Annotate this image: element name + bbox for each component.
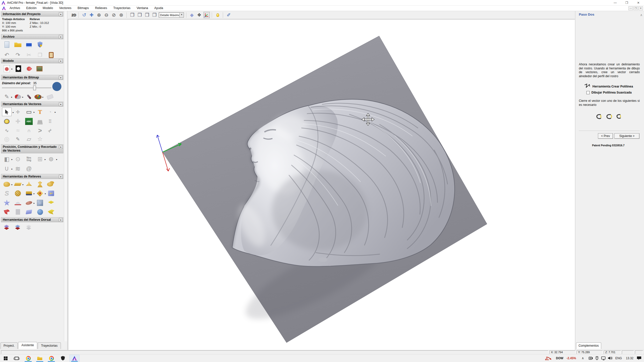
section-header-relieves[interactable]: Herramientas de Relieves ▲: [1, 174, 63, 179]
set-model-size-button[interactable]: ▸: [2, 64, 12, 73]
collapse-icon[interactable]: ▲: [59, 12, 63, 16]
save-model-button[interactable]: [24, 40, 34, 49]
menu-bitmaps[interactable]: Bitmaps: [75, 6, 91, 11]
iso-view-button-4[interactable]: ❒: [151, 12, 158, 18]
view-3d-canvas[interactable]: [68, 19, 575, 350]
smooth-polyline-checkbox[interactable]: [586, 91, 590, 94]
undo-button[interactable]: ↶: [2, 51, 12, 59]
draw-relief-plane-button[interactable]: ◆: [189, 12, 195, 18]
taskbar-chrome-2[interactable]: [46, 355, 56, 362]
two-rail-sweep-button[interactable]: ▸: [35, 189, 45, 198]
smooth-polyline-label[interactable]: Dibujar Polilinea Suavizada: [591, 91, 632, 94]
notes-button[interactable]: [35, 64, 44, 73]
zoom-previous-button[interactable]: ⊘: [111, 12, 117, 18]
bezier-curve-button[interactable]: ∩: [24, 126, 34, 135]
menu-ayuda[interactable]: Ayuda: [152, 6, 166, 11]
tray-chevron-icon[interactable]: ∧: [582, 356, 584, 360]
offset-relief-button[interactable]: [46, 199, 56, 207]
toggle-origin-button[interactable]: [204, 12, 210, 18]
paste-along-curve-button[interactable]: ⠿: [45, 117, 55, 126]
flyout-arrow-icon[interactable]: ▸: [56, 158, 57, 161]
column-relief-button[interactable]: [13, 208, 23, 216]
taskbar-security[interactable]: [58, 355, 68, 362]
tab-asistente[interactable]: Asistente: [18, 342, 37, 349]
flyout-arrow-icon[interactable]: ▸: [33, 202, 35, 204]
dropdown-arrow-icon[interactable]: ▼: [179, 13, 184, 17]
transform-vectors-button[interactable]: ✛: [13, 108, 23, 116]
mdi-minimize-button[interactable]: —: [628, 6, 633, 10]
measure-tape-button[interactable]: [2, 117, 12, 126]
menu-edicion[interactable]: Edición: [24, 6, 39, 11]
rotate-view-button[interactable]: ↺: [81, 12, 87, 18]
mirror-vectors-button[interactable]: ▱: [24, 135, 34, 143]
join-vectors-button[interactable]: ⊃ ▸: [2, 164, 12, 173]
tab-proyecto[interactable]: Proyect.: [1, 342, 18, 349]
copy-button[interactable]: ❐: [35, 51, 45, 59]
collapse-icon[interactable]: ▲: [59, 145, 63, 149]
merge-relief-button[interactable]: [45, 180, 55, 189]
flyout-arrow-icon[interactable]: ▸: [11, 183, 13, 186]
toggle-texture-button[interactable]: ❖: [196, 12, 202, 18]
cut-button[interactable]: ✂: [24, 51, 34, 59]
brush-slider-track[interactable]: [2, 87, 51, 88]
envelope-distort-button[interactable]: ▦: [35, 117, 45, 126]
pick-colour-button[interactable]: [24, 93, 34, 101]
sphere-mesh-relief-button[interactable]: [35, 208, 45, 216]
language-indicator[interactable]: ENG: [615, 356, 622, 360]
mdi-close-button[interactable]: ✕: [638, 6, 643, 10]
dorsal-relief-gray-button[interactable]: [24, 223, 34, 232]
view-mode-label[interactable]: 2D: [71, 13, 76, 17]
menu-ventana[interactable]: Ventana: [134, 6, 151, 11]
close-button[interactable]: ✕: [633, 0, 644, 6]
menu-trayectorias[interactable]: Trayectorias: [111, 6, 133, 11]
wrap-relief-button[interactable]: ↩: [46, 189, 56, 198]
collapse-icon[interactable]: ▲: [59, 102, 63, 106]
text-on-curve-button[interactable]: ⊙: [13, 155, 23, 163]
node-editing-button[interactable]: ∿: [2, 126, 12, 135]
next-button[interactable]: Siguiente >: [614, 133, 639, 139]
relief-from-image-button[interactable]: ▸: [24, 189, 34, 198]
polyline-arrow-button[interactable]: >: [35, 126, 45, 135]
tray-recorder-icon[interactable]: [589, 356, 593, 361]
menu-modelo[interactable]: Modelo: [40, 6, 56, 11]
iso-view-button-2[interactable]: ❒: [137, 12, 143, 18]
face-wizard-button[interactable]: ☺: [35, 199, 45, 207]
flyout-arrow-icon[interactable]: ▸: [11, 68, 13, 70]
section-header-modelo[interactable]: Modelo ▲: [1, 58, 63, 63]
align-vectors-button[interactable]: ◧ ▸: [2, 155, 12, 163]
flyout-arrow-icon[interactable]: ▸: [33, 192, 35, 195]
colour-palette-button[interactable]: ▸: [33, 93, 43, 101]
nesting-button[interactable]: Nes ting: [24, 155, 34, 163]
combine-vectors-button[interactable]: ✚: [13, 117, 23, 126]
iso-view-button-1[interactable]: ❒: [129, 12, 135, 18]
smooth-nodes-button[interactable]: ≈: [13, 126, 23, 135]
redo-button[interactable]: ↷: [13, 51, 23, 59]
create-star-button[interactable]: ☆: [35, 135, 45, 143]
tile-relief-button[interactable]: [24, 208, 34, 216]
collapse-icon[interactable]: ▲: [59, 175, 63, 178]
tray-volume-icon[interactable]: [608, 356, 613, 361]
polyline-tool-label[interactable]: Herramienta Crear Polilinea: [592, 85, 633, 88]
sidebar-scrollbar[interactable]: [64, 11, 67, 341]
tray-usb-icon[interactable]: [595, 356, 599, 361]
menu-vectores[interactable]: Vectores: [57, 6, 74, 11]
tab-trayectorias[interactable]: Trayectorias: [38, 342, 61, 349]
collapse-icon[interactable]: ▲: [59, 59, 63, 63]
fillet-vectors-button[interactable]: ≋: [13, 164, 23, 173]
trim-vectors-button[interactable]: ✂: [45, 126, 55, 135]
pan-view-button[interactable]: ✚: [89, 12, 95, 18]
turn-relief-button[interactable]: [35, 180, 45, 189]
create-polyline-tool-button[interactable]: [584, 83, 590, 90]
section-header-project-info[interactable]: Información del Proyecto ▲: [1, 12, 63, 17]
stock-ticker[interactable]: DOW: [556, 356, 563, 360]
start-button[interactable]: [1, 355, 11, 362]
texture-relief-button[interactable]: [13, 189, 23, 198]
subtract-relief-button[interactable]: ▸: [13, 180, 23, 189]
clock[interactable]: 13.32: [626, 356, 633, 360]
adjust-model-button[interactable]: [14, 64, 23, 73]
flyout-arrow-icon[interactable]: ▸: [55, 111, 56, 113]
flyout-arrow-icon[interactable]: ▸: [45, 192, 46, 195]
spiral-button[interactable]: @: [24, 164, 34, 173]
tray-display-icon[interactable]: [601, 356, 606, 361]
flyout-arrow-icon[interactable]: ▸: [11, 168, 13, 170]
